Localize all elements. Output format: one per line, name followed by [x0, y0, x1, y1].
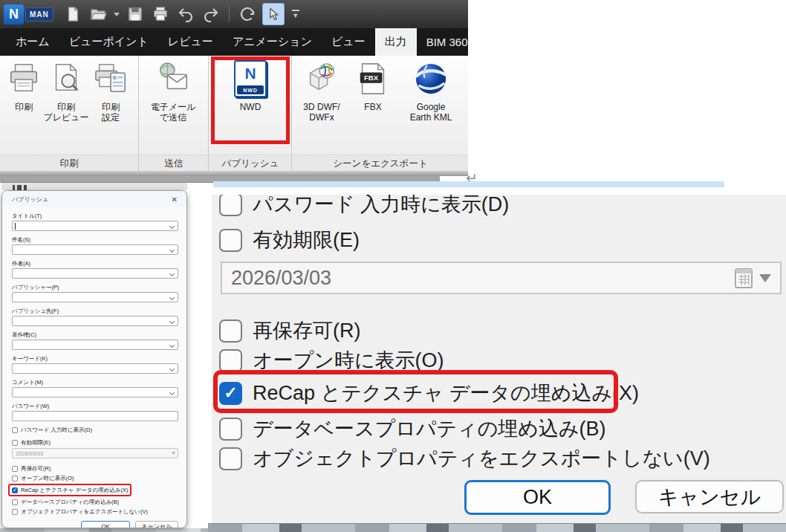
tab-bim360[interactable]: BIM 360 G	[417, 28, 468, 56]
checkbox-checked[interactable]: ✓	[12, 487, 18, 493]
checkbox[interactable]	[219, 418, 242, 441]
checkbox[interactable]	[219, 229, 242, 252]
zoom-expiry-date-field[interactable]: 2026/03/03	[221, 262, 782, 294]
checkbox[interactable]	[219, 447, 242, 470]
checkbox[interactable]	[12, 509, 18, 515]
checkbox[interactable]	[219, 349, 242, 372]
comments-field-label: コメント(M)	[12, 379, 178, 386]
print-preview-button[interactable]: 印刷 プレビュー	[45, 58, 88, 123]
tab-view[interactable]: ビュー	[322, 28, 375, 56]
checkbox[interactable]	[12, 427, 18, 433]
keywords-combo[interactable]	[12, 363, 178, 374]
publish-to-combo[interactable]	[12, 316, 178, 326]
app-edition-badge: MAN	[25, 7, 53, 22]
chevron-down-icon[interactable]	[169, 390, 175, 395]
publish-dialog: パブリッシュ ✕ タイトル(T) 件名(S) 作者(A) パブリッシャー(P) …	[1, 190, 187, 528]
tab-review[interactable]: レビュー	[158, 28, 223, 56]
select-tool-icon[interactable]	[262, 3, 285, 25]
chevron-down-icon[interactable]	[169, 343, 175, 348]
export-3ddwf-button[interactable]: 3D DWF/ DWFx	[294, 58, 349, 123]
print-settings-label-line1: 印刷	[102, 102, 120, 112]
redo-icon[interactable]	[201, 4, 221, 25]
ok-button[interactable]: OK	[81, 521, 130, 528]
checkbox-row-resave[interactable]: 再保存可(R)	[12, 465, 178, 472]
title-field-label: タイトル(T)	[12, 213, 178, 219]
checkbox[interactable]	[12, 440, 18, 446]
subject-combo[interactable]	[12, 244, 178, 255]
export-google-earth-button[interactable]: Google Earth KML	[397, 58, 465, 123]
checkbox[interactable]	[12, 476, 18, 481]
checkbox-row-show-password[interactable]: パスワード 入力時に表示(D)	[12, 426, 178, 433]
checkbox-row-no-export-props[interactable]: オブジェクトプロパティをエクスポートしない(V)	[12, 508, 178, 515]
zoom-checkbox-row-resave[interactable]: 再保存可(R)	[219, 317, 360, 345]
publisher-combo[interactable]	[12, 292, 178, 302]
dwf-label-line1: 3D DWF/	[303, 102, 340, 112]
ribbon-bottom-border	[0, 171, 468, 176]
open-dropdown-icon[interactable]	[113, 4, 120, 25]
print-label: 印刷	[15, 102, 33, 112]
clipped-panel-fragment	[1, 183, 187, 190]
date-dropdown-icon[interactable]: ▼	[171, 450, 176, 455]
app-logo-icon[interactable]: N	[4, 4, 24, 25]
checkbox-label: オブジェクトプロパティをエクスポートしない(V)	[253, 445, 710, 472]
comments-combo[interactable]	[12, 387, 178, 398]
ok-button[interactable]: OK	[464, 480, 611, 515]
print-settings-button[interactable]: 印刷 設定	[89, 58, 132, 123]
print-icon[interactable]	[150, 4, 171, 25]
chevron-down-icon[interactable]	[169, 224, 175, 229]
author-combo[interactable]	[12, 268, 178, 279]
checkbox[interactable]	[219, 319, 242, 343]
print-settings-label-line2: 設定	[102, 112, 120, 123]
checkbox-label: オブジェクトプロパティをエクスポートしない(V)	[21, 508, 148, 516]
title-combo[interactable]	[12, 221, 178, 231]
group-label-export-scene: シーンをエクスポート	[293, 158, 468, 170]
tab-output[interactable]: 出力	[375, 28, 417, 56]
zoom-checkbox-row-embed-db[interactable]: データベースプロパティの埋め込み(B)	[219, 415, 606, 443]
close-icon[interactable]: ✕	[172, 195, 178, 204]
print-settings-icon	[94, 58, 128, 100]
open-file-icon[interactable]	[88, 4, 108, 25]
undo-icon[interactable]	[175, 4, 196, 25]
send-email-button[interactable]: 電子メール で送信	[141, 58, 205, 123]
cancel-button[interactable]: キャンセル	[135, 521, 178, 528]
print-button[interactable]: 印刷	[4, 58, 43, 112]
chevron-down-icon[interactable]	[169, 319, 175, 324]
checkbox-label: データベースプロパティの埋め込み(B)	[21, 499, 119, 506]
cancel-button[interactable]: キャンセル	[635, 480, 784, 513]
zoom-checkbox-row-no-export-props[interactable]: オブジェクトプロパティをエクスポートしない(V)	[219, 444, 710, 473]
selection-strip	[213, 181, 724, 187]
expiry-date-field[interactable]: 2026/03/03 ▼	[12, 448, 178, 458]
chevron-down-icon[interactable]	[169, 247, 175, 253]
checkbox-row-embed-db[interactable]: データベースプロパティの埋め込み(B)	[12, 499, 178, 505]
checkbox[interactable]	[12, 499, 18, 505]
save-icon[interactable]	[125, 4, 146, 25]
checkbox-row-expiry[interactable]: 有効期限(E)	[12, 439, 178, 446]
zoom-checkbox-row-expiry[interactable]: 有効期限(E)	[219, 226, 360, 254]
zoom-checkbox-row-show-password[interactable]: パスワード 入力時に表示(D)	[219, 195, 509, 218]
group-label-print: 印刷	[0, 158, 138, 170]
export-fbx-button[interactable]: FBX FBX	[351, 58, 395, 112]
tab-animation[interactable]: アニメーション	[223, 28, 322, 56]
checkbox[interactable]	[219, 195, 242, 216]
new-file-icon[interactable]	[62, 4, 83, 25]
chevron-down-icon[interactable]	[169, 366, 175, 372]
chevron-down-icon[interactable]	[169, 271, 175, 276]
toolbar-options-dropdown-icon[interactable]: ▼	[289, 4, 302, 25]
copyright-combo[interactable]	[12, 340, 178, 350]
password-input[interactable]	[12, 411, 178, 421]
checkbox[interactable]	[12, 466, 18, 472]
checkbox-label: データベースプロパティの埋め込み(B)	[253, 415, 606, 442]
checkbox-label: 有効期限(E)	[253, 227, 360, 253]
viewport-sliver	[208, 523, 786, 532]
checkbox-row-display-on-open[interactable]: オープン時に表示(O)	[12, 475, 178, 481]
checkbox-label: ReCap とテクスチャ データの埋め込み(X)	[21, 487, 128, 494]
date-dropdown-icon[interactable]	[759, 274, 771, 282]
tab-viewpoint[interactable]: ビューポイント	[59, 28, 158, 56]
calendar-icon[interactable]	[734, 267, 753, 289]
tab-home[interactable]: ホーム	[6, 28, 59, 56]
refresh-icon[interactable]	[237, 4, 258, 25]
print-preview-label-line2: プレビュー	[43, 112, 88, 123]
chevron-down-icon[interactable]	[169, 295, 175, 300]
zoom-inset-panel: パスワード 入力時に表示(D) 有効期限(E) 2026/03/03 再保存可(…	[212, 195, 786, 523]
checkbox-row-embed-recap[interactable]: ✓ ReCap とテクスチャ データの埋め込み(X)	[12, 487, 128, 493]
